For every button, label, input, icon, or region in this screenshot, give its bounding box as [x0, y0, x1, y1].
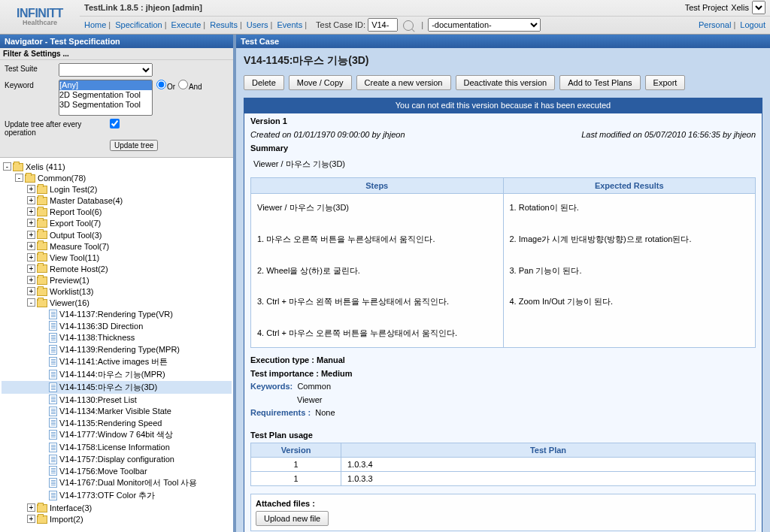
- tree-node[interactable]: +Worklist(13): [2, 286, 232, 297]
- keyword-label: Keyword: [5, 80, 59, 89]
- expand-icon[interactable]: +: [27, 242, 35, 250]
- collapse-icon[interactable]: -: [3, 162, 11, 171]
- tree-node[interactable]: +Export Tool(7): [2, 217, 232, 228]
- tree-node[interactable]: V14-1767:Dual Monitor에서 Tool 사용: [2, 476, 232, 489]
- nav-results[interactable]: Results: [210, 20, 238, 29]
- test-suite-label: Test Suite: [5, 63, 59, 73]
- nav-specification[interactable]: Specification: [115, 20, 162, 29]
- app-title: TestLink 1.8.5 : jhjeon [admin]: [84, 3, 202, 12]
- filter-settings-title[interactable]: Filter & Settings ...: [0, 48, 233, 60]
- file-icon: [49, 407, 57, 416]
- expand-icon[interactable]: +: [27, 287, 35, 295]
- expand-icon[interactable]: +: [27, 207, 35, 216]
- tree-node[interactable]: V14-1777:Window 7 64bit 색상: [2, 428, 232, 441]
- file-icon: [49, 443, 57, 452]
- tree-node[interactable]: V14-1135:Rendering Speed: [2, 417, 232, 429]
- tree-node[interactable]: -Common(78): [2, 172, 232, 183]
- update-tree-checkbox[interactable]: [110, 119, 120, 128]
- update-tree-button[interactable]: Update tree: [110, 140, 158, 151]
- file-icon: [49, 394, 57, 404]
- expected-cell: 1. Rotation이 된다. 2. Image가 시계 반대방향(방향)으로…: [503, 194, 756, 348]
- attached-files-label: Attached files :: [256, 499, 750, 508]
- nav-execute[interactable]: Execute: [171, 20, 202, 29]
- test-suite-select[interactable]: [59, 63, 153, 77]
- search-icon[interactable]: [403, 20, 414, 31]
- collapse-icon[interactable]: -: [27, 298, 35, 307]
- expand-icon[interactable]: +: [27, 276, 35, 284]
- tree-node[interactable]: -Xelis (411): [2, 161, 232, 172]
- tree-node[interactable]: V14-1757:Display configuration: [2, 453, 232, 465]
- file-icon: [49, 310, 57, 319]
- tree-node[interactable]: +View Tool(11): [2, 252, 232, 263]
- expand-icon[interactable]: +: [27, 515, 35, 523]
- folder-icon: [37, 299, 47, 307]
- keyword-list[interactable]: [Any] 2D Segmentation Tool 3D Segmentati…: [59, 80, 153, 116]
- expand-icon[interactable]: +: [27, 185, 35, 193]
- folder-icon: [37, 197, 47, 205]
- version-label: Version 1: [244, 113, 762, 128]
- expand-icon[interactable]: +: [27, 264, 35, 273]
- delete-button[interactable]: Delete: [244, 75, 284, 90]
- folder-icon: [37, 208, 47, 216]
- tree-node[interactable]: +Remote Host(2): [2, 263, 232, 274]
- expand-icon[interactable]: +: [27, 231, 35, 239]
- test-plan-usage-label: Test Plan usage: [244, 426, 762, 443]
- create-version-button[interactable]: Create a new version: [356, 75, 451, 90]
- summary-text: Viewer / 마우스 기능(3D): [244, 156, 762, 177]
- tree-node[interactable]: V14-1773:OTF Color 추가: [2, 489, 232, 502]
- tree-node[interactable]: +Login Test(2): [2, 183, 232, 195]
- tree-node[interactable]: V14-1130:Preset List: [2, 394, 232, 406]
- deactivate-button[interactable]: Deactivate this version: [456, 75, 556, 90]
- tree-node[interactable]: V14-1136:3D Direction: [2, 320, 232, 332]
- tree-node[interactable]: +Report Tool(6): [2, 206, 232, 217]
- tree-node[interactable]: -Viewer(16): [2, 297, 232, 308]
- expand-icon[interactable]: +: [27, 253, 35, 261]
- tree-node[interactable]: V14-1758:License Information: [2, 441, 232, 453]
- move-copy-button[interactable]: Move / Copy: [289, 75, 352, 90]
- tree-node[interactable]: +Preview(1): [2, 274, 232, 286]
- plan-row: 11.0.3.3: [251, 471, 756, 485]
- nav-users[interactable]: Users: [247, 20, 268, 29]
- file-icon: [49, 430, 57, 440]
- upload-file-button[interactable]: Upload new file: [256, 511, 329, 526]
- tree[interactable]: -Xelis (411)-Common(78)+Login Test(2)+Ma…: [0, 158, 233, 532]
- collapse-icon[interactable]: -: [15, 174, 23, 182]
- importance: Test importance : Medium: [250, 369, 352, 378]
- folder-icon: [37, 504, 47, 512]
- folder-icon: [37, 231, 47, 239]
- tree-node[interactable]: +Interface(3): [2, 502, 232, 513]
- tree-node[interactable]: V14-1134:Marker Visible State: [2, 405, 232, 417]
- expand-icon[interactable]: +: [27, 196, 35, 204]
- expand-icon[interactable]: +: [27, 503, 35, 512]
- add-to-testplans-button[interactable]: Add to Test Plans: [559, 75, 640, 90]
- tree-node[interactable]: V14-1137:Rendering Type(VR): [2, 308, 232, 320]
- folder-icon: [37, 242, 47, 250]
- nav-events[interactable]: Events: [277, 20, 303, 29]
- tree-node[interactable]: +Measure Tool(7): [2, 240, 232, 252]
- tree-node[interactable]: V14-1141:Active images 버튼: [2, 355, 232, 368]
- tree-node[interactable]: +Master Database(4): [2, 195, 232, 206]
- expand-icon[interactable]: +: [27, 219, 35, 227]
- tree-node[interactable]: +Import(2): [2, 513, 232, 524]
- folder-icon: [37, 288, 47, 296]
- tree-node[interactable]: V14-1145:마우스 기능(3D): [2, 381, 232, 394]
- project-dropdown[interactable]: [752, 1, 765, 14]
- steps-cell: Viewer / 마우스 기능(3D) 1. 마우스 오른쪽 버튼을 누른상태에…: [251, 194, 504, 348]
- tree-node[interactable]: V14-1139:Rendering Type(MPR): [2, 343, 232, 355]
- created-on: Created on 01/01/1970 09:00:00 by jhjeon: [250, 130, 405, 139]
- and-radio[interactable]: [178, 80, 188, 89]
- tree-node[interactable]: +Output Tool(3): [2, 229, 232, 240]
- file-icon: [49, 357, 57, 367]
- tcid-input[interactable]: [368, 18, 398, 32]
- tree-node[interactable]: V14-1144:마우스 기능(MPR): [2, 368, 232, 381]
- tree-node[interactable]: V14-1138:Thickness: [2, 331, 232, 343]
- export-button[interactable]: Export: [645, 75, 686, 90]
- nav-personal[interactable]: Personal: [699, 20, 731, 29]
- nav-logout[interactable]: Logout: [740, 20, 765, 29]
- doc-select[interactable]: -documentation-: [428, 18, 541, 32]
- project-name: Xelis: [731, 3, 749, 12]
- tree-node[interactable]: V14-1756:Move Toolbar: [2, 465, 232, 477]
- nav-home[interactable]: Home: [84, 20, 106, 29]
- logo: INFINITT Healthcare: [0, 0, 80, 34]
- or-radio[interactable]: [156, 80, 166, 89]
